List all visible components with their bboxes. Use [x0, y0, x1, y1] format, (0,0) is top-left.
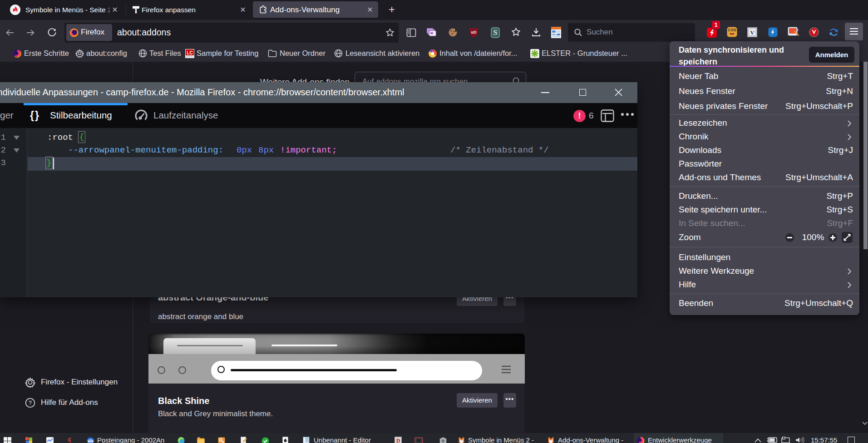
svg-text:uO: uO [471, 30, 477, 34]
svg-text:?: ? [29, 400, 32, 406]
svg-text:D: D [396, 438, 400, 443]
svg-text:S: S [493, 29, 498, 36]
svg-text:V: V [750, 29, 755, 36]
svg-text:LC: LC [187, 50, 192, 55]
svg-text:CSS: CSS [728, 28, 736, 32]
